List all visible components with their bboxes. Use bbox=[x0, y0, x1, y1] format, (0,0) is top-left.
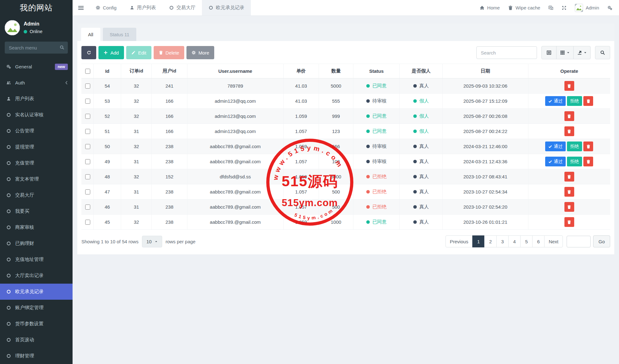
delete-row-button[interactable] bbox=[583, 157, 593, 166]
col-order-id[interactable]: 订单id bbox=[121, 64, 152, 78]
wipe-cache-button[interactable]: Wipe cache bbox=[504, 0, 544, 15]
delete-row-button[interactable] bbox=[564, 187, 574, 197]
col-price[interactable]: 单价 bbox=[283, 64, 319, 78]
table-search-input[interactable] bbox=[476, 46, 537, 59]
col-user-id[interactable]: 用户id bbox=[152, 64, 187, 78]
cell-username: admin123@qq.com bbox=[187, 124, 283, 139]
settings-button[interactable] bbox=[603, 0, 616, 15]
approve-button[interactable]: 通过 bbox=[545, 157, 566, 166]
sidebar-item-recharge[interactable]: 充值管理 bbox=[0, 155, 73, 171]
row-checkbox[interactable] bbox=[85, 205, 90, 210]
goto-page-input[interactable] bbox=[567, 236, 591, 247]
col-status[interactable]: Status bbox=[353, 64, 399, 78]
row-checkbox[interactable] bbox=[85, 159, 90, 164]
col-date[interactable]: 日期 bbox=[443, 64, 528, 78]
col-qty[interactable]: 数量 bbox=[319, 64, 353, 78]
edit-button[interactable]: Edit bbox=[126, 46, 151, 59]
cell-price: 1.059 bbox=[283, 215, 319, 230]
row-checkbox[interactable] bbox=[85, 84, 90, 89]
col-fake[interactable]: 是否假人 bbox=[400, 64, 443, 78]
row-checkbox[interactable] bbox=[85, 174, 90, 179]
page-button-4[interactable]: 4 bbox=[508, 235, 521, 247]
sidebar-item-hall-sell-records[interactable]: 大厅卖出记录 bbox=[0, 268, 73, 284]
sidebar-item-announcement[interactable]: 公告管理 bbox=[0, 123, 73, 139]
detail-view-button[interactable] bbox=[541, 46, 557, 59]
sidebar-item-user-list[interactable]: 用户列表 bbox=[0, 91, 73, 107]
previous-page-button[interactable]: Previous bbox=[445, 235, 473, 247]
page-button-6[interactable]: 6 bbox=[532, 235, 545, 247]
sidebar-item-general[interactable]: General new bbox=[0, 59, 73, 75]
delete-button[interactable]: Delete bbox=[154, 46, 184, 59]
topnav-tab-config[interactable]: Config bbox=[89, 0, 123, 15]
cell-qty: 500 bbox=[319, 184, 353, 199]
row-checkbox[interactable] bbox=[85, 129, 90, 134]
reject-button[interactable]: 拒绝 bbox=[567, 96, 582, 106]
row-checkbox[interactable] bbox=[85, 189, 90, 194]
topnav-tab-trade-hall[interactable]: 交易大厅 bbox=[162, 0, 202, 15]
delete-row-button[interactable] bbox=[564, 111, 574, 121]
sidebar-item-auth[interactable]: Auth bbox=[0, 75, 73, 91]
delete-row-button[interactable] bbox=[564, 126, 574, 136]
home-link[interactable]: Home bbox=[475, 0, 504, 15]
refresh-button[interactable] bbox=[81, 46, 96, 59]
sidebar-item-finance-manage[interactable]: 理财管理 bbox=[0, 348, 73, 364]
row-checkbox[interactable] bbox=[85, 144, 90, 149]
row-checkbox[interactable] bbox=[85, 99, 90, 104]
page-button-1[interactable]: 1 bbox=[472, 235, 485, 247]
export-button[interactable] bbox=[573, 46, 591, 59]
delete-row-button[interactable] bbox=[583, 96, 593, 106]
approve-button[interactable]: 通过 bbox=[545, 142, 566, 151]
select-all-checkbox[interactable] bbox=[85, 69, 90, 74]
sidebar-item-trade-hall[interactable]: 交易大厅 bbox=[0, 187, 73, 203]
columns-button[interactable] bbox=[556, 46, 574, 59]
fake-badge: 真人 bbox=[413, 204, 429, 210]
col-id[interactable]: Id bbox=[94, 64, 121, 78]
admin-menu[interactable]: Admin bbox=[571, 0, 603, 15]
sidebar-item-realname-audit[interactable]: 实名认证审核 bbox=[0, 107, 73, 123]
row-checkbox[interactable] bbox=[85, 114, 90, 119]
check-icon bbox=[548, 160, 552, 164]
delete-row-button[interactable] bbox=[564, 81, 574, 91]
page-button-3[interactable]: 3 bbox=[496, 235, 509, 247]
advanced-search-button[interactable] bbox=[595, 46, 610, 59]
sidebar-item-richtext[interactable]: 富文本管理 bbox=[0, 171, 73, 187]
reject-button[interactable]: 拒绝 bbox=[567, 142, 582, 151]
circle-o-icon bbox=[5, 113, 12, 118]
delete-row-button[interactable] bbox=[564, 202, 574, 212]
row-checkbox[interactable] bbox=[85, 220, 90, 225]
delete-row-button[interactable] bbox=[564, 217, 574, 227]
cell-qty: 5000 bbox=[319, 78, 353, 94]
sidebar-item-account-binding[interactable]: 账户绑定管理 bbox=[0, 300, 73, 316]
sidebar-item-withdraw[interactable]: 提现管理 bbox=[0, 139, 73, 155]
language-button[interactable]: A bbox=[544, 0, 557, 15]
col-username[interactable]: User.username bbox=[187, 64, 283, 78]
page-size-dropdown[interactable]: 10 bbox=[142, 236, 162, 247]
sidebar-item-merchant-audit[interactable]: 商家审核 bbox=[0, 219, 73, 235]
topnav-tab-euro-exchange-records[interactable]: 欧元承兑记录 bbox=[202, 0, 251, 15]
sidebar-item-home-scroll[interactable]: 首页滚动 bbox=[0, 332, 73, 348]
approve-button[interactable]: 通过 bbox=[545, 96, 566, 106]
page-button-2[interactable]: 2 bbox=[484, 235, 497, 247]
go-button[interactable]: Go bbox=[593, 235, 610, 247]
sidebar-item-euro-exchange-records[interactable]: 欧元承兑记录 bbox=[0, 284, 73, 300]
next-page-button[interactable]: Next bbox=[544, 235, 563, 247]
delete-row-button[interactable] bbox=[583, 142, 593, 151]
topnav-tab-user-list[interactable]: 用户列表 bbox=[123, 0, 162, 15]
sidebar-item-purchased-finance[interactable]: 已购理财 bbox=[0, 235, 73, 251]
sidebar-toggle-button[interactable] bbox=[73, 0, 89, 15]
sidebar-search-input[interactable] bbox=[5, 42, 68, 54]
page-button-5[interactable]: 5 bbox=[520, 235, 533, 247]
reject-button[interactable]: 拒绝 bbox=[567, 157, 582, 166]
fullscreen-button[interactable] bbox=[557, 0, 571, 15]
fake-badge: 假人 bbox=[413, 113, 429, 119]
tab-all[interactable]: All bbox=[81, 28, 100, 41]
more-button[interactable]: More bbox=[186, 46, 214, 59]
circle-o-icon bbox=[5, 273, 12, 278]
delete-row-button[interactable] bbox=[564, 172, 574, 182]
sidebar-item-i-want-buy[interactable]: 我要买 bbox=[0, 203, 73, 219]
sidebar-item-currency-params[interactable]: 货币参数设置 bbox=[0, 316, 73, 332]
sidebar-item-recharge-address[interactable]: 充值地址管理 bbox=[0, 251, 73, 268]
add-button[interactable]: Add bbox=[98, 46, 124, 59]
users-icon bbox=[5, 80, 12, 85]
tab-status-11[interactable]: Status 11 bbox=[103, 28, 136, 41]
